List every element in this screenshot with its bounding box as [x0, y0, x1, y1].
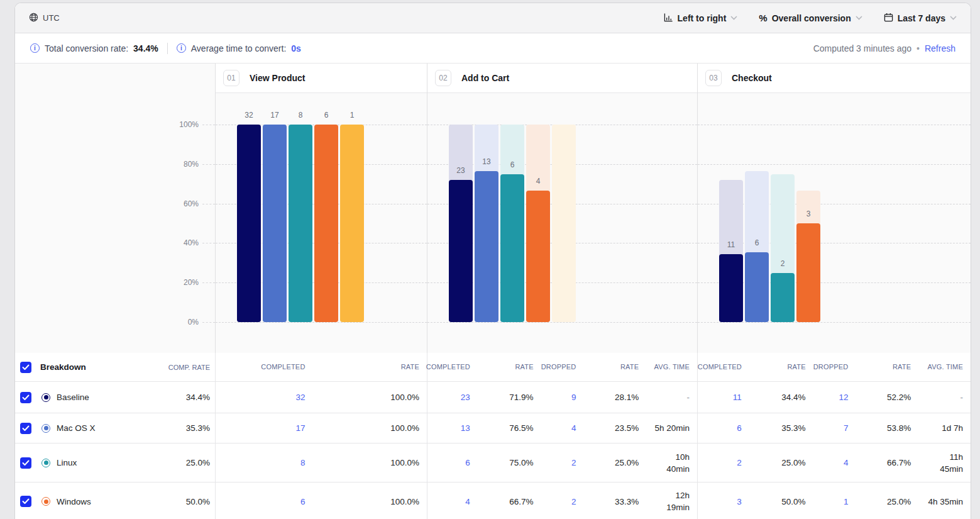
completed-value: 13 — [427, 413, 475, 443]
person-count-link[interactable]: 4 — [571, 422, 576, 434]
person-count-link[interactable]: 23 — [461, 391, 470, 403]
funnel-bar[interactable] — [526, 191, 550, 322]
rate-value: 50.0% — [747, 483, 811, 519]
rate-value: 25.0% — [747, 444, 811, 482]
step-number-badge: 01 — [223, 70, 239, 86]
table-section: 32100.0% — [215, 382, 427, 413]
y-tick-label: 100% — [179, 120, 199, 129]
date-range-dropdown[interactable]: Last 7 days — [884, 13, 957, 24]
funnel-bar[interactable] — [314, 125, 338, 322]
gridline — [698, 322, 971, 323]
rate-value: 100.0% — [311, 382, 427, 413]
funnel-step-header: 02Add to Cart — [427, 64, 697, 93]
person-count-link[interactable]: 2 — [571, 457, 576, 469]
person-count-link[interactable]: 6 — [737, 422, 742, 434]
conversion-metric-dropdown[interactable]: % Overall conversion — [759, 13, 862, 23]
refresh-link[interactable]: Refresh — [925, 43, 955, 53]
bar-value-label: 1 — [338, 111, 366, 121]
funnel-step-column: 01View Product3217861 — [215, 64, 427, 353]
funnel-bar[interactable] — [796, 223, 820, 322]
person-count-link[interactable]: 32 — [296, 391, 306, 403]
comp-rate-value: 34.4% — [186, 393, 215, 402]
person-count-link[interactable]: 9 — [571, 391, 576, 403]
info-icon[interactable]: i — [177, 43, 186, 53]
person-count-link[interactable]: 4 — [844, 457, 849, 469]
computed-time: Computed 3 minutes ago — [813, 43, 911, 53]
person-count-link[interactable]: 8 — [300, 457, 306, 469]
person-count-link[interactable]: 11 — [733, 391, 742, 403]
person-count-link[interactable]: 6 — [300, 496, 306, 508]
breakdown-checkbox[interactable] — [20, 362, 31, 373]
person-count-link[interactable]: 13 — [461, 422, 470, 434]
series-indicator[interactable] — [41, 393, 50, 402]
funnel-bar[interactable] — [745, 252, 769, 322]
rate-value: 28.1% — [581, 382, 644, 413]
y-tick-line — [202, 204, 215, 204]
breakdown-checkbox[interactable] — [20, 457, 31, 469]
funnel-bar[interactable] — [263, 125, 287, 322]
completed-value: 11 — [698, 382, 747, 413]
avg-time-label: Average time to convert: — [191, 43, 286, 53]
person-count-link[interactable]: 3 — [737, 496, 742, 508]
series-indicator[interactable] — [41, 497, 50, 506]
step-title: View Product — [250, 73, 305, 83]
breakdown-checkbox[interactable] — [20, 423, 31, 434]
timezone-button[interactable]: UTC — [29, 13, 60, 24]
funnel-bar[interactable] — [475, 171, 498, 322]
completed-value: 23 — [427, 382, 475, 413]
dropped-value: 2 — [539, 444, 581, 482]
funnel-bar[interactable] — [771, 273, 795, 323]
rate-value: 75.0% — [475, 444, 539, 482]
person-count-link[interactable]: 4 — [465, 496, 470, 508]
person-count-link[interactable]: 1 — [844, 496, 849, 508]
gridline — [698, 125, 971, 125]
rate-value: 33.3% — [581, 483, 644, 519]
step-chart-area: 231364 — [427, 93, 697, 353]
toolbar-controls: Left to right % Overall conversion La — [664, 13, 957, 24]
gridline — [216, 322, 427, 323]
breakdown-table: BreakdownCOMP. RATECOMPLETEDRATECOMPLETE… — [15, 353, 971, 519]
funnel-bar[interactable] — [237, 125, 261, 322]
avg-time-value: - — [644, 382, 697, 413]
rate-value: 66.7% — [853, 444, 916, 482]
avg-time-stat: i Average time to convert: 0s — [177, 43, 301, 53]
computed-info: Computed 3 minutes ago • Refresh — [813, 43, 955, 53]
funnel-chart: 100%80%60%40%20%0% 01View Product3217861… — [15, 64, 971, 353]
step-chart-area: 11623 — [698, 93, 971, 353]
info-icon[interactable]: i — [30, 43, 40, 53]
comp-rate-value: 35.3% — [186, 423, 215, 433]
comp-rate-value: 50.0% — [186, 497, 215, 506]
funnel-bar[interactable] — [719, 254, 743, 322]
table-section: 466.7%233.3%12h 19min — [427, 483, 697, 519]
funnel-direction-dropdown[interactable]: Left to right — [664, 13, 738, 24]
percent-icon: % — [759, 13, 767, 23]
column-header: AVG. TIME — [644, 353, 697, 381]
series-indicator[interactable] — [41, 459, 50, 467]
y-tick-line — [202, 125, 215, 125]
column-header: RATE — [311, 353, 427, 381]
funnel-bar[interactable] — [289, 125, 312, 322]
funnel-bar[interactable] — [449, 180, 473, 322]
dropped-value: 9 — [539, 382, 581, 413]
funnel-step-column: 02Add to Cart231364 — [427, 64, 697, 353]
series-indicator[interactable] — [41, 424, 50, 433]
person-count-link[interactable]: 2 — [571, 496, 576, 508]
avg-time-value: 10h 40min — [644, 444, 697, 482]
person-count-link[interactable]: 17 — [296, 422, 306, 434]
breakdown-cell: Linux25.0% — [15, 444, 215, 482]
y-tick-line — [202, 282, 215, 283]
breakdown-checkbox[interactable] — [20, 392, 31, 403]
person-count-link[interactable]: 6 — [465, 457, 470, 469]
column-header: COMPLETED — [698, 353, 747, 381]
comp-rate-header: COMP. RATE — [168, 364, 215, 371]
breakdown-checkbox[interactable] — [20, 496, 31, 507]
rate-value: 100.0% — [311, 413, 427, 443]
funnel-bar[interactable] — [500, 174, 524, 323]
person-count-link[interactable]: 2 — [737, 457, 742, 469]
completed-value: 2 — [698, 444, 747, 482]
funnel-bar[interactable] — [340, 125, 364, 322]
person-count-link[interactable]: 12 — [839, 391, 848, 403]
person-count-link[interactable]: 7 — [844, 422, 849, 434]
gridline — [427, 322, 697, 323]
step-title: Add to Cart — [461, 73, 509, 83]
